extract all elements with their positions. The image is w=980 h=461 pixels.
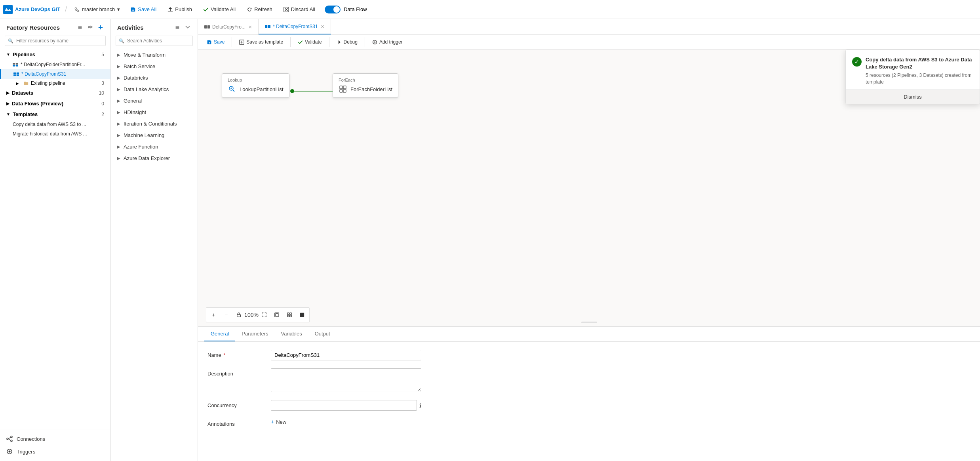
publish-button[interactable]: Publish — [163, 4, 197, 15]
zoom-frame-button[interactable] — [271, 309, 282, 320]
data-flow-toggle[interactable] — [325, 6, 341, 13]
activities-collapse-all-button[interactable] — [184, 24, 191, 31]
dismiss-button[interactable]: Dismiss — [846, 90, 980, 104]
activity-azure-function[interactable]: ▶ Azure Function — [111, 141, 198, 152]
zoom-auto-layout-button[interactable] — [297, 309, 308, 320]
template-2-item[interactable]: Migrate historical data from AWS ... — [0, 129, 110, 139]
tab-variables[interactable]: Variables — [274, 327, 308, 341]
concurrency-input[interactable] — [271, 400, 417, 411]
collapse-all-button[interactable] — [87, 24, 94, 31]
tab-general[interactable]: General — [204, 327, 235, 341]
data-flows-section-header[interactable]: ▶ Data Flows (Preview) 0 — [0, 98, 110, 109]
refresh-button[interactable]: Refresh — [242, 4, 277, 15]
activity-machine-learning[interactable]: ▶ Machine Learning — [111, 130, 198, 141]
discard-all-button[interactable]: Discard All — [279, 4, 320, 15]
lookup-body: LookupPartitionList — [228, 85, 284, 93]
zoom-add-button[interactable]: + — [208, 309, 219, 320]
collapse-sidebar-button[interactable] — [76, 24, 84, 31]
activities-collapse-icon — [175, 25, 180, 30]
activity-azure-data-explorer[interactable]: ▶ Azure Data Explorer — [111, 152, 198, 164]
templates-section-header[interactable]: ▼ Templates 2 — [0, 109, 110, 120]
validate-icon — [203, 7, 209, 12]
azure-data-explorer-chevron: ▶ — [117, 156, 120, 160]
activity-batch-service[interactable]: ▶ Batch Service — [111, 61, 198, 72]
zoom-layout-button[interactable] — [284, 309, 295, 320]
save-as-template-button[interactable]: Save as template — [235, 37, 287, 47]
discard-icon — [284, 7, 289, 12]
tab-output[interactable]: Output — [308, 327, 337, 341]
validate-button[interactable]: Validate — [294, 37, 325, 47]
activity-move-transform[interactable]: ▶ Move & Transform — [111, 49, 198, 61]
general-chevron: ▶ — [117, 99, 120, 103]
triggers-item[interactable]: Triggers — [0, 445, 110, 458]
validate-all-button[interactable]: Validate All — [198, 4, 240, 15]
svg-rect-22 — [340, 86, 343, 89]
zoom-lock-button[interactable] — [233, 309, 244, 320]
activity-iteration-conditionals[interactable]: ▶ Iteration & Conditionals — [111, 118, 198, 130]
connections-label: Connections — [17, 436, 45, 442]
activity-hdinsight[interactable]: ▶ HDInsight — [111, 107, 198, 118]
branch-selector[interactable]: master branch ▾ — [70, 5, 124, 14]
search-activities-input[interactable] — [116, 36, 193, 46]
refresh-icon — [247, 7, 252, 12]
lookup-node[interactable]: Lookup LookupPartitionList — [222, 73, 289, 98]
foreach-body-label: ForEachFolderList — [350, 86, 392, 92]
canvas-divider-2 — [290, 37, 291, 47]
svg-point-11 — [11, 436, 12, 438]
zoom-percent-button[interactable]: 100% — [246, 309, 257, 320]
activities-collapse-button[interactable] — [174, 24, 181, 31]
auto-layout-icon — [300, 312, 304, 317]
tab-close-button-1[interactable]: × — [249, 24, 252, 30]
template-1-item[interactable]: Copy delta data from AWS S3 to ... — [0, 120, 110, 129]
delta-copy-folder-label: * DeltaCopyFolderPartitionFr... — [21, 62, 85, 67]
drag-handle[interactable] — [581, 322, 597, 323]
new-annotation-button[interactable]: + New — [271, 419, 286, 425]
connections-item[interactable]: Connections — [0, 432, 110, 445]
tab-close-button-2[interactable]: × — [321, 23, 324, 30]
existing-pipeline-chevron: ▶ — [16, 81, 19, 86]
validate-canvas-icon — [298, 40, 303, 45]
datasets-section-header[interactable]: ▶ Datasets 10 — [0, 88, 110, 98]
required-asterisk: * — [223, 352, 225, 358]
filter-resources-input[interactable] — [5, 36, 106, 46]
sidebar-item-delta-copy-s3[interactable]: * DeltaCopyFromS31 — [0, 69, 110, 79]
tab-delta-copy-s3[interactable]: * DeltaCopyFromS31 × — [259, 19, 331, 34]
data-flows-count: 0 — [101, 101, 104, 107]
add-resource-button[interactable] — [97, 24, 104, 31]
templates-count: 2 — [101, 112, 104, 117]
tab-delta-copy-folder[interactable]: DeltaCopyFro... × — [198, 19, 259, 34]
save-all-button[interactable]: Save All — [126, 4, 161, 15]
zoom-minus-button[interactable]: − — [221, 309, 232, 320]
description-label-text: Description — [207, 371, 233, 377]
activity-databricks[interactable]: ▶ Databricks — [111, 72, 198, 84]
pipelines-section-header[interactable]: ▼ Pipelines 5 — [0, 49, 110, 60]
pipelines-label: Pipelines — [13, 51, 35, 57]
add-trigger-button[interactable]: Add trigger — [368, 37, 407, 47]
description-input[interactable] — [271, 368, 421, 392]
tab-parameters[interactable]: Parameters — [235, 327, 274, 341]
name-label-text: Name — [207, 352, 221, 358]
foreach-type-label: ForEach — [339, 78, 392, 82]
zoom-tools: + − 100% — [206, 307, 310, 322]
debug-button[interactable]: Debug — [333, 37, 362, 47]
svg-rect-9 — [17, 74, 19, 76]
templates-chevron-icon: ▼ — [6, 112, 10, 116]
foreach-node[interactable]: ForEach ForEachFolderList — [333, 73, 398, 98]
activity-data-lake-analytics[interactable]: ▶ Data Lake Analytics — [111, 84, 198, 95]
canvas-content: Lookup LookupPartitionList ForEach — [198, 50, 980, 326]
existing-pipeline-item[interactable]: ▶ Existing pipeline 3 — [0, 79, 110, 88]
description-form-row: Description — [207, 368, 970, 392]
tab-pipeline-icon-2 — [265, 25, 270, 29]
canvas-save-button[interactable]: Save — [203, 37, 228, 47]
sidebar-item-delta-copy-folder[interactable]: * DeltaCopyFolderPartitionFr... — [0, 60, 110, 69]
activity-general[interactable]: ▶ General — [111, 95, 198, 107]
svg-rect-34 — [290, 315, 291, 317]
move-transform-label: Move & Transform — [124, 52, 166, 58]
annotations-label: Annotations — [207, 419, 271, 427]
name-input[interactable] — [271, 350, 421, 360]
zoom-fit-button[interactable] — [259, 309, 270, 320]
canvas-divider-1 — [232, 37, 232, 47]
databricks-label: Databricks — [124, 75, 148, 81]
save-all-label: Save All — [138, 6, 156, 12]
pipeline-tabs: DeltaCopyFro... × * DeltaCopyFromS31 × — [198, 19, 980, 35]
